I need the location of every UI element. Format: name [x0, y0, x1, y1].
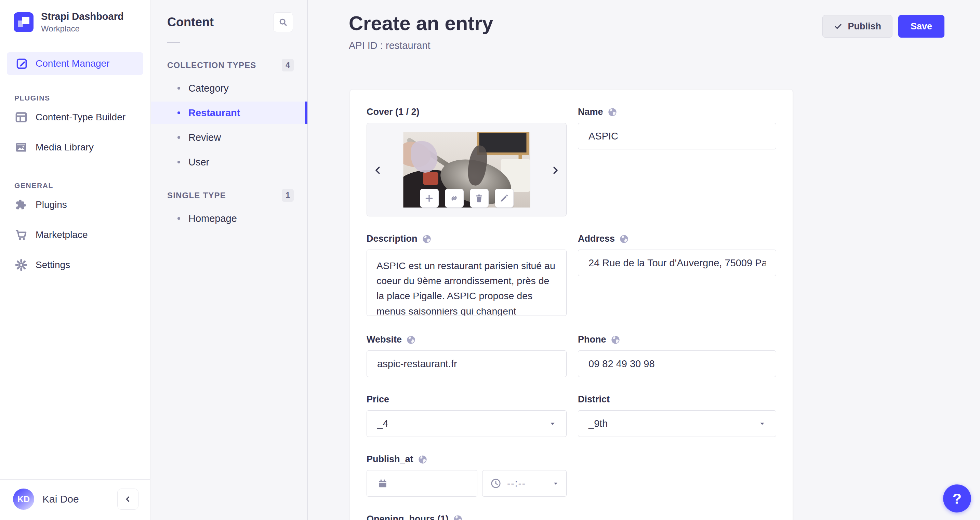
- website-input[interactable]: [367, 350, 566, 377]
- check-icon: [834, 22, 843, 31]
- opening-hours-field: Opening_hours (1): [367, 514, 566, 520]
- sidebar-item-settings[interactable]: Settings: [0, 250, 150, 280]
- district-select[interactable]: _9th: [578, 410, 776, 437]
- image-icon: [14, 140, 28, 154]
- chevron-left-icon: [373, 165, 383, 175]
- publish-button-label: Publish: [848, 21, 881, 32]
- name-field: Name: [578, 107, 776, 149]
- cart-icon: [14, 228, 28, 242]
- nav-user-row: KD Kai Doe: [0, 479, 150, 520]
- sidebar-item-label: Plugins: [35, 199, 67, 210]
- sidebar-item-label: Content Manager: [35, 58, 110, 69]
- clock-icon: [490, 478, 502, 489]
- district-field-label: District: [578, 394, 610, 405]
- content-sidebar-title: Content: [167, 15, 214, 29]
- content-sidebar: Content COLLECTION TYPES 4 Category Rest…: [151, 0, 308, 520]
- avatar[interactable]: KD: [13, 488, 34, 510]
- sidebar-item-label: Marketplace: [35, 229, 88, 240]
- website-field: Website: [367, 334, 566, 377]
- globe-icon: [422, 234, 432, 244]
- time-placeholder: --:--: [507, 478, 547, 489]
- single-type-count-badge: 1: [282, 189, 294, 202]
- chevron-right-icon: [550, 165, 560, 175]
- gear-icon: [14, 258, 28, 272]
- carousel-next-button[interactable]: [549, 164, 562, 177]
- globe-icon: [453, 514, 463, 520]
- sidebar-item-user[interactable]: User: [151, 151, 307, 173]
- link-icon: [449, 193, 459, 204]
- bullet-icon: [177, 111, 180, 114]
- sidebar-item-label: Settings: [35, 259, 70, 270]
- address-field-label: Address: [578, 234, 615, 244]
- workplace-switcher[interactable]: Strapi Dashboard Workplace: [0, 0, 150, 44]
- sidebar-item-homepage[interactable]: Homepage: [151, 207, 307, 230]
- chevron-down-icon: [552, 480, 559, 487]
- api-id-subtitle: API ID : restaurant: [349, 40, 493, 51]
- description-field: Description ASPIC est un restaurant pari…: [367, 234, 566, 317]
- strapi-admin-app: Strapi Dashboard Workplace Content Manag…: [0, 0, 980, 520]
- district-field: District _9th: [578, 394, 776, 437]
- sidebar-item-category[interactable]: Category: [151, 77, 307, 100]
- pen-square-icon: [15, 57, 29, 70]
- bullet-icon: [177, 136, 180, 139]
- sidebar-item-label: Homepage: [188, 213, 237, 224]
- price-field: Price _4: [367, 394, 566, 437]
- sidebar-item-marketplace[interactable]: Marketplace: [0, 220, 150, 250]
- add-asset-button[interactable]: [420, 189, 439, 208]
- help-button[interactable]: ?: [943, 485, 971, 512]
- chevron-left-icon: [123, 495, 132, 504]
- price-field-label: Price: [367, 394, 389, 405]
- delete-asset-button[interactable]: [470, 189, 488, 208]
- description-field-label: Description: [367, 234, 417, 244]
- sidebar-item-content-manager[interactable]: Content Manager: [7, 52, 143, 75]
- price-select[interactable]: _4: [367, 410, 566, 437]
- publish-at-time-input[interactable]: --:--: [482, 470, 566, 497]
- trash-icon: [474, 193, 484, 204]
- sidebar-item-label: User: [188, 157, 209, 168]
- cover-field: Cover (1 / 2): [367, 107, 566, 216]
- page-title: Create an entry: [349, 12, 493, 35]
- sidebar-item-review[interactable]: Review: [151, 126, 307, 149]
- section-label-single-type: SINGLE TYPE: [167, 191, 226, 200]
- globe-icon: [619, 234, 629, 244]
- publish-at-date-input[interactable]: [367, 470, 477, 497]
- sidebar-item-plugins[interactable]: Plugins: [0, 190, 150, 220]
- chevron-down-icon: [549, 420, 556, 427]
- bullet-icon: [177, 217, 180, 220]
- description-textarea[interactable]: ASPIC est un restaurant parisien situé a…: [367, 250, 566, 316]
- save-button[interactable]: Save: [898, 15, 945, 38]
- strapi-logo-icon: [14, 12, 33, 32]
- name-input[interactable]: [578, 123, 776, 149]
- opening-hours-field-label: Opening_hours (1): [367, 514, 449, 520]
- sidebar-item-media-library[interactable]: Media Library: [0, 132, 150, 162]
- chevron-down-icon: [759, 420, 765, 427]
- collapse-nav-button[interactable]: [117, 488, 138, 510]
- bullet-icon: [177, 161, 180, 164]
- sidebar-item-restaurant[interactable]: Restaurant: [151, 102, 307, 124]
- publish-button[interactable]: Publish: [822, 15, 892, 38]
- sidebar-item-label: Review: [188, 132, 221, 143]
- search-button[interactable]: [273, 12, 293, 32]
- layout-icon: [14, 110, 28, 124]
- globe-icon: [417, 454, 428, 464]
- calendar-icon: [377, 478, 388, 489]
- cover-field-label: Cover (1 / 2): [367, 107, 420, 117]
- district-select-value: _9th: [589, 418, 608, 429]
- sidebar-item-label: Media Library: [35, 142, 94, 153]
- carousel-prev-button[interactable]: [371, 164, 385, 177]
- phone-input[interactable]: [578, 350, 776, 377]
- search-icon: [278, 17, 288, 27]
- address-input[interactable]: [578, 250, 776, 276]
- sidebar-item-label: Restaurant: [188, 107, 240, 119]
- bullet-icon: [177, 87, 180, 89]
- sidebar-item-label: Category: [188, 83, 229, 94]
- brand-workplace: Workplace: [41, 24, 124, 33]
- edit-asset-button[interactable]: [495, 189, 514, 208]
- section-label-collection-types: COLLECTION TYPES: [167, 60, 256, 70]
- user-name: Kai Doe: [42, 493, 79, 505]
- entry-form-card: Cover (1 / 2): [350, 89, 792, 520]
- sidebar-item-content-type-builder[interactable]: Content-Type Builder: [0, 102, 150, 132]
- copy-link-button[interactable]: [445, 189, 464, 208]
- nav-section-general: GENERAL: [0, 181, 150, 190]
- phone-field-label: Phone: [578, 334, 606, 345]
